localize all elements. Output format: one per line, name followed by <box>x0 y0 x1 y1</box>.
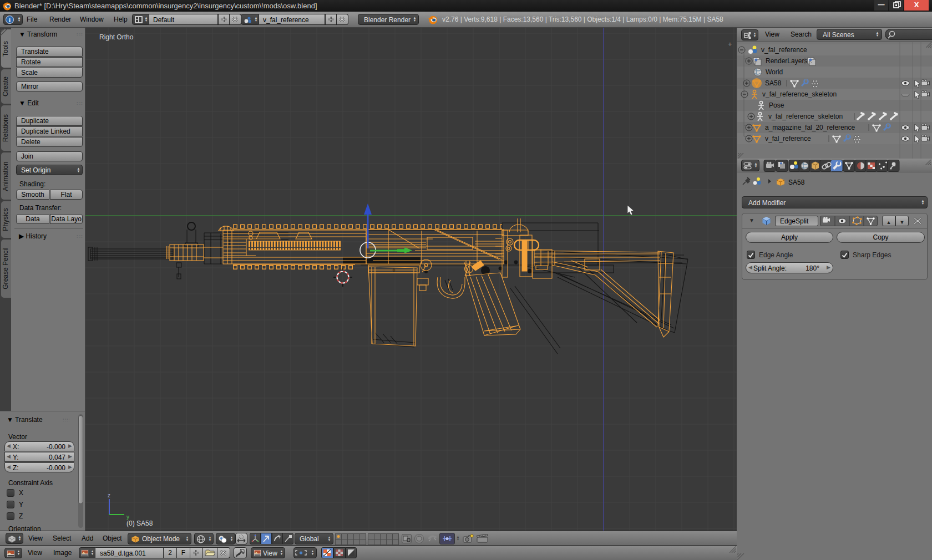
svg-text:(0) SA58: (0) SA58 <box>126 520 153 527</box>
svg-text:+: + <box>728 40 732 48</box>
svg-text:RenderLayers: RenderLayers <box>766 57 807 65</box>
svg-text:Grease Pencil: Grease Pencil <box>2 247 9 289</box>
svg-text:i: i <box>9 17 11 23</box>
svg-text:v_fal_reference_skeleton: v_fal_reference_skeleton <box>762 90 837 98</box>
svg-text:Right Ortho: Right Ortho <box>99 33 134 41</box>
svg-text:a_magazine_fal_20_reference: a_magazine_fal_20_reference <box>765 124 855 131</box>
svg-text:v_fal_reference: v_fal_reference <box>765 135 811 142</box>
svg-text:z: z <box>108 492 110 498</box>
svg-text:v_fal_reference_skeleton: v_fal_reference_skeleton <box>768 113 843 120</box>
svg-text:Animation: Animation <box>2 161 9 191</box>
svg-text:Relations: Relations <box>2 114 9 142</box>
svg-text:Tools: Tools <box>2 41 9 57</box>
svg-text:Pose: Pose <box>769 101 784 109</box>
svg-text:Physics: Physics <box>2 208 9 231</box>
svg-text:World: World <box>766 68 783 76</box>
svg-text:SA58: SA58 <box>765 79 782 87</box>
svg-text:Create: Create <box>2 77 9 96</box>
svg-text:v_fal_reference: v_fal_reference <box>761 46 807 54</box>
